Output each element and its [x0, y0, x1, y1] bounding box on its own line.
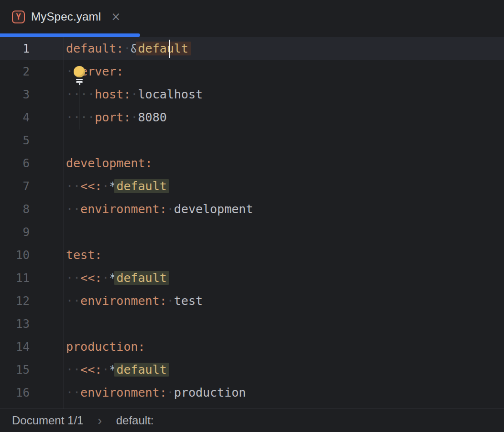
yaml-ws: · [102, 363, 109, 377]
breadcrumb-item-document[interactable]: Document 1/1 [12, 414, 83, 427]
editor-line-15[interactable]: 15··<<:·*default [0, 358, 504, 381]
line-number: 10 [0, 244, 30, 267]
line-number: 3 [0, 83, 30, 106]
yaml-val: test [174, 294, 203, 308]
ide-window: Y MySpec.yaml × 1default:·&default2·serv… [0, 0, 504, 432]
gutter-icon-area [30, 244, 64, 267]
yaml-ws: · [131, 110, 138, 124]
line-number: 8 [0, 198, 30, 221]
yaml-key: port: [95, 110, 131, 124]
code-line-text: test: [64, 244, 504, 267]
gutter-icon-area [30, 358, 64, 381]
line-number: 5 [0, 129, 30, 152]
line-number: 13 [0, 313, 30, 335]
editor-line-11[interactable]: 11··<<:·*default [0, 267, 504, 290]
tab-close-icon[interactable]: × [111, 11, 121, 22]
editor-line-13[interactable]: 13 [0, 313, 504, 335]
code-line-text: ··environment:·production [64, 381, 504, 404]
editor-line-12[interactable]: 12··environment:·test [0, 290, 504, 313]
text-caret [169, 40, 170, 58]
line-number: 12 [0, 290, 30, 313]
gutter-icon-area [30, 175, 64, 198]
yaml-ws: · [123, 42, 131, 55]
editor-tab-bar: Y MySpec.yaml × [0, 0, 504, 37]
yaml-ws: ·· [66, 202, 80, 216]
yaml-ws: · [167, 294, 174, 308]
tab-title: MySpec.yaml [31, 10, 101, 23]
line-number: 1 [0, 37, 30, 60]
code-line-text: ····host:·localhost [64, 83, 504, 106]
editor-line-5[interactable]: 5 [0, 129, 504, 152]
gutter-icon-area [30, 221, 64, 244]
yaml-file-icon: Y [12, 11, 25, 23]
yaml-ws: · [66, 65, 73, 78]
code-line-text [64, 221, 504, 244]
editor-line-9[interactable]: 9 [0, 221, 504, 244]
editor-line-4[interactable]: 4····port:·8080 [0, 106, 504, 129]
chevron-right-icon: › [98, 414, 101, 428]
yaml-key: <<: [80, 271, 102, 285]
code-line-text [64, 129, 504, 152]
gutter-icon-area [30, 198, 64, 221]
editor-line-6[interactable]: 6development: [0, 152, 504, 175]
yaml-val: development [174, 202, 253, 216]
code-line-text: ··<<:·*default [64, 175, 504, 198]
breadcrumb-item-default[interactable]: default: [116, 414, 154, 427]
yaml-val: 8080 [138, 110, 167, 124]
editor-line-14[interactable]: 14production: [0, 335, 504, 358]
bulb-stem [79, 83, 80, 85]
yaml-val: localhost [138, 87, 203, 101]
editor-line-3[interactable]: 3····host:·localhost [0, 83, 504, 106]
code-line-text: ··<<:·*default [64, 267, 504, 290]
line-number: 4 [0, 106, 30, 129]
code-line-text: ··environment:·test [64, 290, 504, 313]
yaml-key: environment: [80, 386, 167, 400]
code-editor[interactable]: 1default:·&default2·server:3····host:·lo… [0, 37, 504, 409]
yaml-ws: ···· [66, 87, 95, 101]
line-number: 16 [0, 381, 30, 404]
line-number: 9 [0, 221, 30, 244]
code-line-text: ·server: [64, 60, 504, 83]
yaml-key: environment: [80, 294, 167, 308]
gutter-border [64, 37, 64, 409]
editor-line-16[interactable]: 16··environment:·production [0, 381, 504, 404]
yaml-ws: · [102, 271, 109, 285]
code-line-text: default:·&default [64, 37, 504, 60]
yaml-key: production: [66, 340, 145, 354]
indent-guide [79, 84, 79, 130]
gutter-icon-area [30, 37, 64, 60]
yaml-anchor: default [136, 42, 191, 55]
line-number: 7 [0, 175, 30, 198]
gutter-icon-area [30, 381, 64, 404]
yaml-key: development: [66, 156, 153, 170]
code-line-text: ··environment:·development [64, 198, 504, 221]
code-line-text: ··<<:·*default [64, 358, 504, 381]
code-line-text: production: [64, 335, 504, 358]
line-number: 6 [0, 152, 30, 175]
editor-line-10[interactable]: 10test: [0, 244, 504, 267]
yaml-key: environment: [80, 202, 167, 216]
yaml-ws: ·· [66, 271, 80, 285]
gutter-icon-area [30, 129, 64, 152]
bulb-base-line [76, 81, 83, 83]
intention-bulb-icon[interactable] [73, 66, 86, 85]
yaml-ws: ·· [66, 179, 80, 193]
tab-myspec-yaml[interactable]: Y MySpec.yaml × [0, 0, 140, 33]
line-number: 2 [0, 60, 30, 83]
gutter-icon-area [30, 267, 64, 290]
gutter-icon-area [30, 106, 64, 129]
gutter-icon-area [30, 290, 64, 313]
yaml-ws: ·· [66, 294, 80, 308]
editor-line-1[interactable]: 1default:·&default [0, 37, 504, 60]
yaml-ws: · [167, 202, 174, 216]
yaml-val: production [174, 386, 246, 400]
code-line-text: development: [64, 152, 504, 175]
gutter-icon-area [30, 83, 64, 106]
editor-line-8[interactable]: 8··environment:·development [0, 198, 504, 221]
editor-line-7[interactable]: 7··<<:·*default [0, 175, 504, 198]
yaml-alias: default [114, 271, 168, 285]
yaml-alias: default [114, 363, 168, 377]
gutter-icon-area [30, 313, 64, 335]
breadcrumb-bar: Document 1/1 › default: [0, 409, 504, 432]
yaml-ws: · [167, 386, 174, 400]
